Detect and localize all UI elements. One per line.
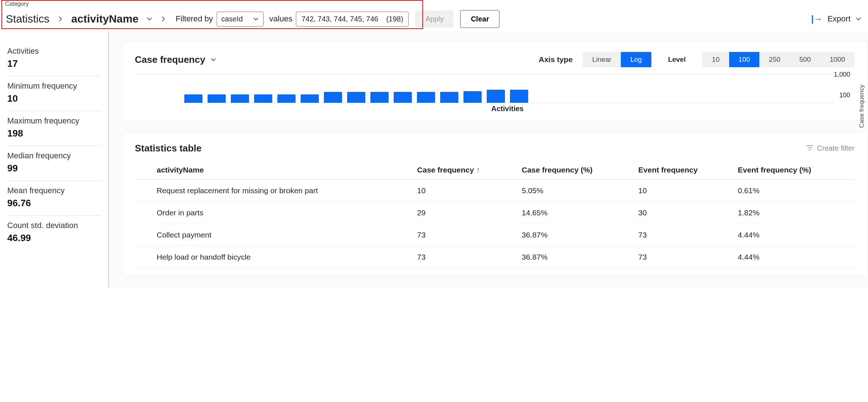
stat-block: Mean frequency96.76 xyxy=(7,181,101,216)
axis-type-label: Axis type xyxy=(539,55,572,64)
table-cell: 30 xyxy=(635,202,734,224)
chart-x-label: Activities xyxy=(182,105,833,113)
table-cell: Order in parts xyxy=(135,202,414,224)
stat-label: Mean frequency xyxy=(7,186,101,195)
filter-field-value: caseId xyxy=(221,15,243,23)
create-filter-button[interactable]: Create filter xyxy=(806,144,855,153)
level-option-500[interactable]: 500 xyxy=(790,52,820,67)
table-row[interactable]: Order in parts2914.65%301.82% xyxy=(135,202,855,224)
table-cell: 0.61% xyxy=(734,180,855,202)
chart-title-dropdown[interactable]: Case frequency xyxy=(135,54,216,65)
filter-values-input[interactable]: 742, 743, 744, 745, 746 (198) xyxy=(296,12,409,27)
level-segmented: 101002505001000 xyxy=(702,52,855,67)
chevron-right-icon xyxy=(160,16,166,22)
export-label: Export xyxy=(827,14,851,24)
table-cell: 73 xyxy=(635,246,734,268)
table-cell: 4.44% xyxy=(734,246,855,268)
export-icon: |→ xyxy=(811,14,823,24)
column-header[interactable]: activityName xyxy=(135,161,414,180)
table-panel: Statistics table Create filter activityN… xyxy=(122,132,867,276)
chart-bar[interactable] xyxy=(394,92,412,103)
bar-chart xyxy=(182,76,833,103)
table-cell: 73 xyxy=(635,224,734,246)
chart-y-label: Case frequency xyxy=(858,85,865,128)
table-row[interactable]: Request replacement for missing or broke… xyxy=(135,180,855,202)
chevron-down-icon xyxy=(253,16,259,22)
table-row[interactable]: Help load or handoff bicycle7336.87%734.… xyxy=(135,246,855,268)
column-header[interactable]: Event frequency xyxy=(635,161,734,180)
apply-button[interactable]: Apply xyxy=(415,11,454,28)
table-cell: 36.87% xyxy=(518,246,635,268)
table-header-row: activityNameCase frequencyCase frequency… xyxy=(135,161,855,180)
chart-bar[interactable] xyxy=(254,94,272,103)
table-cell: 73 xyxy=(414,224,518,246)
table-cell: Request replacement for missing or broke… xyxy=(135,180,414,202)
ytick: 1,000 xyxy=(834,71,850,78)
table-cell: 1.82% xyxy=(734,202,855,224)
breadcrumb: Statistics activityName xyxy=(6,13,166,25)
filtered-by-label: Filtered by xyxy=(176,14,213,24)
chevron-right-icon xyxy=(57,16,63,22)
chart-bar[interactable] xyxy=(277,94,296,103)
chart-title: Case frequency xyxy=(135,54,205,65)
stat-value: 198 xyxy=(7,128,101,139)
stat-value: 46.99 xyxy=(7,232,101,244)
table-cell: Help load or handoff bicycle xyxy=(135,246,414,268)
stat-block: Minimum frequency10 xyxy=(7,76,101,111)
stat-value: 10 xyxy=(7,93,101,104)
stat-block: Maximum frequency198 xyxy=(7,111,101,146)
stat-label: Activities xyxy=(7,46,101,56)
table-title: Statistics table xyxy=(135,143,202,154)
chart-bar[interactable] xyxy=(370,92,389,103)
table-cell: Collect payment xyxy=(135,224,414,246)
chart-bar[interactable] xyxy=(347,92,365,103)
table-cell: 5.05% xyxy=(518,180,635,202)
top-filter-bar: Category Statistics activityName Filtere… xyxy=(0,0,868,31)
table-cell: 10 xyxy=(414,180,518,202)
stat-label: Median frequency xyxy=(7,151,101,161)
chart-y-ticks: 1,000 100 xyxy=(834,71,850,99)
column-header[interactable]: Case frequency xyxy=(414,161,518,180)
filter-values-text: 742, 743, 744, 745, 746 xyxy=(301,15,378,23)
statistics-table: activityNameCase frequencyCase frequency… xyxy=(135,161,855,268)
chart-bar[interactable] xyxy=(184,94,202,103)
level-option-1000[interactable]: 1000 xyxy=(820,52,855,67)
chart-bar[interactable] xyxy=(487,90,505,103)
level-option-100[interactable]: 100 xyxy=(729,52,760,67)
export-button[interactable]: |→ Export xyxy=(811,14,861,24)
create-filter-label: Create filter xyxy=(817,144,855,153)
chart-bar[interactable] xyxy=(231,94,249,103)
values-label: values xyxy=(269,14,293,24)
stats-sidebar: Activities17Minimum frequency10Maximum f… xyxy=(0,31,109,288)
chart-bar[interactable] xyxy=(417,92,435,103)
level-option-10[interactable]: 10 xyxy=(702,52,729,67)
filter-values-count: (198) xyxy=(386,15,403,23)
chart-bar[interactable] xyxy=(463,91,482,103)
chart-bar[interactable] xyxy=(324,92,342,103)
stat-value: 17 xyxy=(7,58,101,69)
category-label: Category xyxy=(5,1,29,7)
chart-bar[interactable] xyxy=(208,94,226,103)
axis-option-linear[interactable]: Linear xyxy=(583,52,621,67)
chart-bar[interactable] xyxy=(440,92,458,103)
chevron-down-icon[interactable] xyxy=(146,16,152,22)
stat-label: Count std. deviation xyxy=(7,221,101,230)
chart-panel: Case frequency Axis type LinearLog Level… xyxy=(122,41,867,121)
clear-button[interactable]: Clear xyxy=(460,10,499,28)
table-cell: 73 xyxy=(414,246,518,268)
chart-area: Activities 1,000 100 Case frequency xyxy=(135,74,855,113)
stat-label: Maximum frequency xyxy=(7,116,101,126)
level-option-250[interactable]: 250 xyxy=(759,52,790,67)
column-header[interactable]: Case frequency (%) xyxy=(518,161,635,180)
breadcrumb-current[interactable]: activityName xyxy=(71,13,138,25)
filter-field-select[interactable]: caseId xyxy=(217,12,264,27)
breadcrumb-root[interactable]: Statistics xyxy=(6,13,49,25)
axis-option-log[interactable]: Log xyxy=(621,52,651,67)
chart-bar[interactable] xyxy=(510,90,528,103)
column-header[interactable]: Event frequency (%) xyxy=(734,161,855,180)
stat-block: Count std. deviation46.99 xyxy=(7,216,101,250)
table-row[interactable]: Collect payment7336.87%734.44% xyxy=(135,224,855,246)
chart-bar[interactable] xyxy=(301,94,319,103)
chevron-down-icon xyxy=(856,16,861,22)
stat-block: Median frequency99 xyxy=(7,146,101,181)
